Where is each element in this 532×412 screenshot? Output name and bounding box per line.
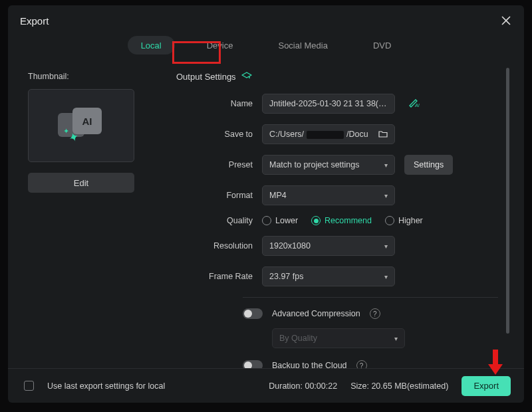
quality-label: Quality	[176, 216, 253, 225]
preset-settings-button[interactable]: Settings	[404, 155, 453, 175]
chevron-down-icon: ▾	[384, 161, 388, 169]
thumbnail-preview[interactable]: AI ✦ ✦	[28, 89, 134, 162]
resolution-label: Resolution	[176, 241, 253, 251]
duration-text: Duration: 00:00:22	[269, 381, 337, 391]
quality-higher-radio[interactable]: Higher	[385, 216, 423, 225]
export-button[interactable]: Export	[462, 376, 511, 396]
format-label: Format	[176, 191, 253, 200]
name-field[interactable]: Jntitled-2025-01-30 21 31 38(copy)	[262, 94, 395, 114]
use-last-settings-label: Use last export settings for local	[47, 381, 165, 391]
tab-social-media[interactable]: Social Media	[265, 36, 340, 54]
svg-text:AI: AI	[414, 103, 420, 108]
thumbnail-placeholder-art: AI ✦ ✦	[58, 108, 104, 144]
help-icon[interactable]: ?	[356, 360, 367, 368]
chevron-down-icon: ▾	[384, 273, 388, 280]
chevron-down-icon: ▾	[394, 335, 398, 342]
ai-rename-icon[interactable]: AI	[408, 98, 420, 110]
size-text: Size: 20.65 MB(estimated)	[350, 381, 448, 391]
titlebar: Export	[8, 5, 524, 33]
help-icon[interactable]: ?	[370, 308, 380, 319]
red-highlight-box	[172, 41, 221, 64]
saveto-path: C:/Users//Docu	[269, 130, 378, 139]
quality-lower-radio[interactable]: Lower	[262, 216, 298, 225]
close-icon	[501, 16, 511, 25]
scrollbar[interactable]	[506, 68, 509, 334]
divider	[243, 297, 498, 298]
format-dropdown[interactable]: MP4 ▾	[262, 185, 395, 205]
chevron-down-icon: ▾	[384, 192, 388, 199]
framerate-dropdown[interactable]: 23.97 fps ▾	[262, 266, 395, 286]
output-settings-panel: Output Settings Name Jntitled-2025-01-30…	[176, 65, 498, 368]
output-settings-heading: Output Settings	[176, 72, 236, 82]
saveto-field[interactable]: C:/Users//Docu	[262, 124, 395, 144]
preset-label: Preset	[176, 160, 253, 169]
dialog-title: Export	[20, 15, 49, 27]
tab-bar: Local Device Social Media DVD	[8, 33, 524, 65]
backup-cloud-label: Backup to the Cloud	[272, 361, 347, 368]
chevron-down-icon: ▾	[384, 243, 388, 250]
backup-cloud-toggle[interactable]	[243, 360, 263, 368]
edit-thumbnail-button[interactable]: Edit	[28, 173, 134, 193]
graduation-cap-icon[interactable]	[241, 72, 252, 82]
quality-radio-group: Lower Recommend Higher	[262, 216, 423, 225]
folder-icon[interactable]	[378, 130, 388, 140]
saveto-label: Save to	[176, 130, 253, 139]
quality-recommend-radio[interactable]: Recommend	[311, 216, 372, 225]
close-button[interactable]	[500, 15, 512, 27]
advanced-compression-label: Advanced Compression	[272, 309, 360, 318]
thumbnail-panel: Thumbnail: AI ✦ ✦ Edit	[28, 65, 158, 368]
tab-dvd[interactable]: DVD	[360, 36, 404, 54]
name-label: Name	[176, 99, 253, 108]
use-last-settings-checkbox[interactable]	[24, 381, 34, 391]
resolution-dropdown[interactable]: 1920x1080 ▾	[262, 236, 395, 256]
export-dialog: Export Local Device Social Media DVD Thu…	[8, 5, 524, 403]
framerate-label: Frame Rate	[176, 272, 253, 281]
tab-local[interactable]: Local	[128, 36, 175, 54]
thumbnail-label: Thumbnail:	[28, 72, 158, 81]
advanced-compression-toggle[interactable]	[243, 308, 263, 319]
preset-dropdown[interactable]: Match to project settings ▾	[262, 155, 395, 175]
compression-mode-dropdown: By Quality ▾	[272, 328, 405, 348]
footer: Use last export settings for local Durat…	[8, 368, 524, 403]
